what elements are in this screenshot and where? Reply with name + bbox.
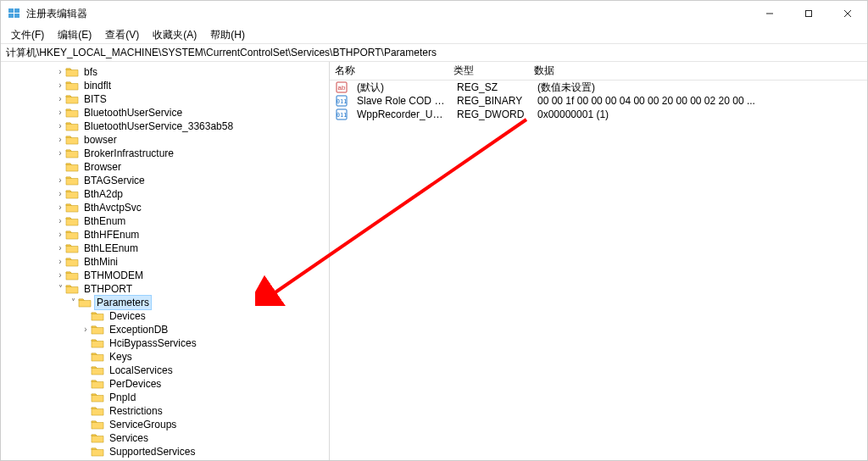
column-header-data[interactable]: 数据 [529, 64, 867, 78]
folder-icon [91, 351, 104, 363]
folder-icon [91, 432, 104, 444]
column-header-name[interactable]: 名称 [330, 64, 448, 78]
folder-icon [65, 242, 79, 254]
tree-item[interactable]: ›ExceptionDB [4, 323, 329, 336]
tree-item[interactable]: Restrictions [4, 404, 329, 418]
tree-item-label: BthAvctpSvc [82, 201, 143, 214]
folder-icon [91, 392, 104, 403]
folder-icon [65, 161, 79, 173]
tree-item[interactable]: ›BthLEEnum [4, 242, 329, 255]
tree-item-label: BTHPORT [82, 282, 134, 296]
chevron-right-icon[interactable]: › [55, 79, 65, 92]
folder-icon [65, 120, 79, 132]
tree-item-label: BTHMODEM [82, 269, 145, 282]
tree-item[interactable]: PnpId [4, 391, 329, 404]
chevron-right-icon[interactable]: › [81, 323, 91, 336]
svg-rect-2 [8, 14, 14, 18]
minimize-button[interactable] [750, 1, 789, 26]
chevron-right-icon[interactable]: › [55, 201, 65, 214]
chevron-right-icon[interactable]: › [55, 242, 65, 255]
tree-item-label: bowser [82, 133, 119, 147]
column-header-type[interactable]: 类型 [448, 64, 529, 78]
tree-item[interactable]: ›BluetoothUserService_3363ab58 [4, 119, 329, 133]
value-name: (默认) [352, 81, 452, 95]
close-button[interactable] [828, 1, 867, 26]
menubar: 文件(F) 编辑(E) 查看(V) 收藏夹(A) 帮助(H) [1, 26, 867, 43]
folder-icon [65, 269, 79, 281]
tree-item[interactable]: UnsupportedServices [4, 458, 329, 460]
tree-item-label: BthLEEnum [82, 242, 140, 255]
chevron-right-icon[interactable]: › [55, 106, 65, 119]
tree-item[interactable]: ›BrokerInfrastructure [4, 147, 329, 160]
tree-item[interactable]: ›BthAvctpSvc [4, 201, 329, 214]
tree-item[interactable]: ›bindflt [4, 79, 329, 92]
tree-item[interactable]: LocalServices [4, 364, 329, 377]
tree-item[interactable]: ›BthHFEnum [4, 228, 329, 242]
folder-icon [65, 107, 79, 119]
tree-item[interactable]: PerDevices [4, 377, 329, 391]
values-list: ab(默认)REG_SZ(数值未设置)011Slave Role COD Mas… [330, 81, 867, 121]
folder-icon [65, 215, 79, 227]
menu-favorites[interactable]: 收藏夹(A) [147, 26, 202, 44]
tree-item[interactable]: ˅BTHPORT [4, 282, 329, 296]
tree-item[interactable]: ›bowser [4, 133, 329, 147]
tree-item-label: LocalServices [108, 364, 175, 377]
menu-help[interactable]: 帮助(H) [205, 26, 250, 44]
chevron-right-icon[interactable]: › [55, 255, 65, 269]
tree-item[interactable]: ›BthA2dp [4, 187, 329, 201]
chevron-down-icon[interactable]: ˅ [55, 282, 65, 296]
folder-icon [65, 80, 79, 92]
tree-item[interactable]: Services [4, 431, 329, 445]
folder-icon [91, 446, 104, 458]
main-split: ›bfs›bindflt›BITS›BluetoothUserService›B… [1, 62, 867, 460]
tree-item-label: ServiceGroups [108, 418, 178, 431]
tree-item[interactable]: ›BITS [4, 92, 329, 106]
value-row[interactable]: 011WppRecorder_UseTimeSta...REG_DWORD0x0… [330, 108, 867, 121]
tree-item[interactable]: HciBypassServices [4, 336, 329, 350]
tree-item-label: BITS [82, 92, 108, 106]
chevron-right-icon[interactable]: › [55, 228, 65, 242]
chevron-right-icon[interactable]: › [55, 269, 65, 282]
maximize-button[interactable] [789, 1, 828, 26]
chevron-right-icon[interactable]: › [55, 187, 65, 201]
tree-item[interactable]: ›BluetoothUserService [4, 106, 329, 119]
chevron-right-icon[interactable]: › [55, 65, 65, 79]
chevron-right-icon[interactable]: › [55, 214, 65, 228]
values-header: 名称 类型 数据 [330, 62, 867, 81]
chevron-right-icon[interactable]: › [55, 133, 65, 147]
tree-item[interactable]: ›BTAGService [4, 174, 329, 187]
tree-item[interactable]: ServiceGroups [4, 418, 329, 431]
chevron-right-icon[interactable]: › [55, 147, 65, 160]
chevron-right-icon[interactable]: › [55, 119, 65, 133]
menu-edit[interactable]: 编辑(E) [53, 26, 97, 44]
value-row[interactable]: ab(默认)REG_SZ(数值未设置) [330, 81, 867, 94]
tree-item[interactable]: ›BTHMODEM [4, 269, 329, 282]
menu-file[interactable]: 文件(F) [6, 26, 49, 44]
address-path: 计算机\HKEY_LOCAL_MACHINE\SYSTEM\CurrentCon… [6, 46, 437, 60]
tree-item[interactable]: Browser [4, 160, 329, 174]
menu-view[interactable]: 查看(V) [100, 26, 144, 44]
value-data: 0x00000001 (1) [532, 108, 867, 120]
titlebar: 注册表编辑器 [1, 1, 867, 26]
tree-item[interactable]: ˅Parameters [4, 296, 329, 309]
tree-item-label: BthA2dp [82, 187, 125, 201]
value-name: Slave Role COD Masks [352, 95, 452, 107]
tree-item-label: Keys [108, 350, 134, 364]
chevron-right-icon[interactable]: › [55, 174, 65, 187]
chevron-down-icon[interactable]: ˅ [68, 296, 78, 309]
window-title: 注册表编辑器 [26, 7, 87, 21]
tree-item[interactable]: Keys [4, 350, 329, 364]
tree-item[interactable]: ›BthEnum [4, 214, 329, 228]
address-bar[interactable]: 计算机\HKEY_LOCAL_MACHINE\SYSTEM\CurrentCon… [1, 43, 867, 62]
tree-item[interactable]: ›bfs [4, 65, 329, 79]
tree-item[interactable]: ›BthMini [4, 255, 329, 269]
folder-icon [91, 459, 104, 460]
values-pane[interactable]: 名称 类型 数据 ab(默认)REG_SZ(数值未设置)011Slave Rol… [330, 62, 867, 460]
chevron-right-icon[interactable]: › [55, 92, 65, 106]
value-row[interactable]: 011Slave Role COD MasksREG_BINARY00 00 1… [330, 94, 867, 108]
tree-item[interactable]: SupportedServices [4, 445, 329, 458]
tree-item[interactable]: Devices [4, 309, 329, 323]
svg-text:011: 011 [337, 112, 348, 119]
folder-icon [91, 324, 104, 336]
tree-pane[interactable]: ›bfs›bindflt›BITS›BluetoothUserService›B… [1, 62, 330, 460]
